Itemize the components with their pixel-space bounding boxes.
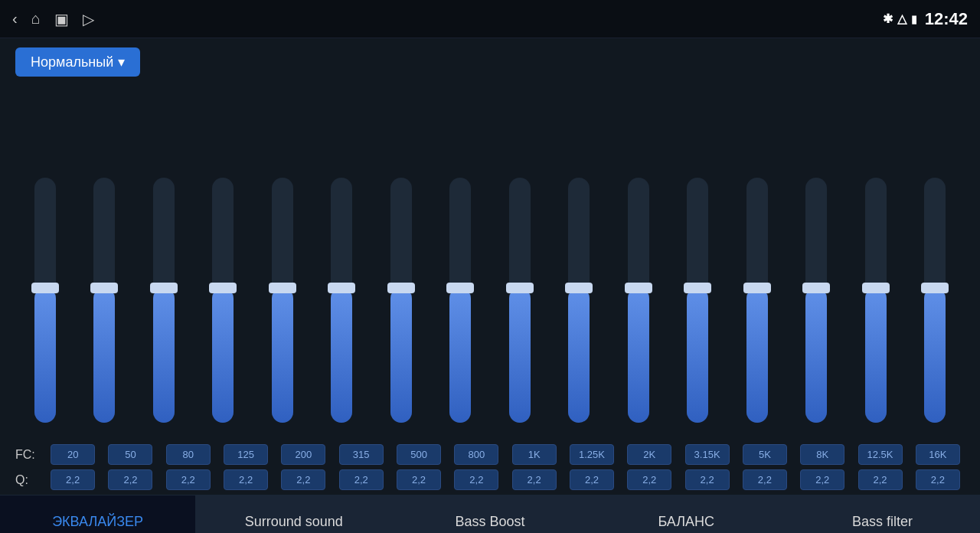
fc-btn-7[interactable]: 800 xyxy=(454,444,498,465)
slider-track-8[interactable] xyxy=(509,178,531,423)
eq-band-8 xyxy=(509,178,531,438)
slider-track-9[interactable] xyxy=(568,178,590,423)
fc-btn-9[interactable]: 1.25K xyxy=(570,444,614,465)
slider-fill-12 xyxy=(746,288,768,423)
tab-bass-boost[interactable]: Bass Boost xyxy=(392,495,588,533)
slider-thumb-0[interactable] xyxy=(31,283,59,293)
eq-band-14 xyxy=(865,178,887,438)
slider-track-3[interactable] xyxy=(212,178,234,423)
eq-band-10 xyxy=(628,178,649,438)
slider-thumb-9[interactable] xyxy=(565,283,593,293)
q-btn-15[interactable]: 2,2 xyxy=(916,469,960,490)
slider-thumb-3[interactable] xyxy=(209,283,237,293)
slider-track-15[interactable] xyxy=(924,178,946,423)
fc-btn-0[interactable]: 20 xyxy=(51,444,95,465)
preset-dropdown-icon: ▾ xyxy=(118,54,125,70)
slider-fill-7 xyxy=(449,288,471,423)
slider-thumb-5[interactable] xyxy=(328,283,355,293)
fc-btn-10[interactable]: 2K xyxy=(627,444,671,465)
tab-эквалайзер[interactable]: ЭКВАЛАЙЗЕР xyxy=(0,495,196,533)
slider-thumb-12[interactable] xyxy=(743,283,771,293)
slider-thumb-2[interactable] xyxy=(150,283,178,293)
q-btn-0[interactable]: 2,2 xyxy=(51,469,95,490)
eq-band-1 xyxy=(93,178,115,438)
q-btn-4[interactable]: 2,2 xyxy=(281,469,325,490)
slider-thumb-1[interactable] xyxy=(90,283,118,293)
fc-btn-2[interactable]: 80 xyxy=(166,444,211,465)
fc-btn-12[interactable]: 5K xyxy=(743,444,787,465)
slider-thumb-14[interactable] xyxy=(862,283,890,293)
q-btn-10[interactable]: 2,2 xyxy=(627,469,671,490)
slider-fill-9 xyxy=(568,288,590,423)
bluetooth-icon: ✱ xyxy=(883,11,893,26)
q-label: Q: xyxy=(15,473,46,487)
q-btn-8[interactable]: 2,2 xyxy=(512,469,557,490)
fc-btn-13[interactable]: 8K xyxy=(800,444,844,465)
tab-баланс[interactable]: БАЛАНС xyxy=(589,495,785,533)
preset-button[interactable]: Нормальный ▾ xyxy=(15,47,140,77)
q-btn-13[interactable]: 2,2 xyxy=(800,469,844,490)
q-btn-11[interactable]: 2,2 xyxy=(685,469,730,490)
q-btn-1[interactable]: 2,2 xyxy=(108,469,152,490)
slider-track-0[interactable] xyxy=(34,178,56,423)
play-icon[interactable]: ▷ xyxy=(83,10,94,28)
slider-thumb-13[interactable] xyxy=(802,283,830,293)
fc-btn-15[interactable]: 16K xyxy=(916,444,960,465)
fc-btn-4[interactable]: 200 xyxy=(281,444,325,465)
slider-thumb-15[interactable] xyxy=(921,283,949,293)
slider-fill-13 xyxy=(805,288,827,423)
q-btn-7[interactable]: 2,2 xyxy=(454,469,498,490)
slider-thumb-4[interactable] xyxy=(269,283,296,293)
connectivity-icons: ✱ △ ▮ xyxy=(883,11,917,26)
q-row: Q: 2,22,22,22,22,22,22,22,22,22,22,22,22… xyxy=(15,469,965,490)
tab-bass-filter[interactable]: Bass filter xyxy=(785,495,980,533)
slider-track-5[interactable] xyxy=(331,178,352,423)
q-btn-6[interactable]: 2,2 xyxy=(397,469,441,490)
window-icon[interactable]: ▣ xyxy=(54,10,69,28)
fc-btn-3[interactable]: 125 xyxy=(224,444,268,465)
slider-track-13[interactable] xyxy=(805,178,827,423)
fc-btn-8[interactable]: 1K xyxy=(512,444,557,465)
slider-thumb-6[interactable] xyxy=(387,283,415,293)
q-btn-5[interactable]: 2,2 xyxy=(339,469,384,490)
slider-track-1[interactable] xyxy=(93,178,115,423)
slider-track-11[interactable] xyxy=(687,178,708,423)
fc-label: FC: xyxy=(15,448,46,462)
slider-track-7[interactable] xyxy=(449,178,471,423)
q-btn-9[interactable]: 2,2 xyxy=(570,469,614,490)
q-btn-3[interactable]: 2,2 xyxy=(224,469,268,490)
slider-track-6[interactable] xyxy=(390,178,412,423)
slider-track-2[interactable] xyxy=(153,178,175,423)
slider-track-4[interactable] xyxy=(272,178,293,423)
fc-btn-1[interactable]: 50 xyxy=(108,444,152,465)
q-btn-2[interactable]: 2,2 xyxy=(166,469,211,490)
slider-fill-8 xyxy=(509,288,531,423)
q-buttons: 2,22,22,22,22,22,22,22,22,22,22,22,22,22… xyxy=(46,469,965,490)
fc-btn-11[interactable]: 3.15K xyxy=(685,444,730,465)
fc-btn-6[interactable]: 500 xyxy=(397,444,441,465)
time-display: 12:42 xyxy=(925,9,968,29)
slider-fill-4 xyxy=(272,288,293,423)
slider-thumb-10[interactable] xyxy=(625,283,652,293)
tab-surround-sound[interactable]: Surround sound xyxy=(196,495,392,533)
q-btn-14[interactable]: 2,2 xyxy=(858,469,903,490)
wifi-icon: △ xyxy=(897,11,906,26)
eq-band-5 xyxy=(331,178,352,438)
q-btn-12[interactable]: 2,2 xyxy=(743,469,787,490)
slider-thumb-7[interactable] xyxy=(446,283,474,293)
back-icon[interactable]: ‹ xyxy=(12,10,18,28)
home-icon[interactable]: ⌂ xyxy=(31,10,41,28)
eq-band-9 xyxy=(568,178,590,438)
fc-row: FC: 2050801252003155008001K1.25K2K3.15K5… xyxy=(15,444,965,465)
slider-track-14[interactable] xyxy=(865,178,887,423)
slider-thumb-8[interactable] xyxy=(506,283,534,293)
slider-fill-15 xyxy=(924,288,946,423)
eq-band-2 xyxy=(153,178,175,438)
slider-track-10[interactable] xyxy=(628,178,649,423)
fc-btn-5[interactable]: 315 xyxy=(339,444,384,465)
slider-track-12[interactable] xyxy=(746,178,768,423)
status-right: ✱ △ ▮ 12:42 xyxy=(883,9,968,29)
battery-icon: ▮ xyxy=(911,13,917,25)
slider-thumb-11[interactable] xyxy=(684,283,711,293)
fc-btn-14[interactable]: 12.5K xyxy=(858,444,903,465)
